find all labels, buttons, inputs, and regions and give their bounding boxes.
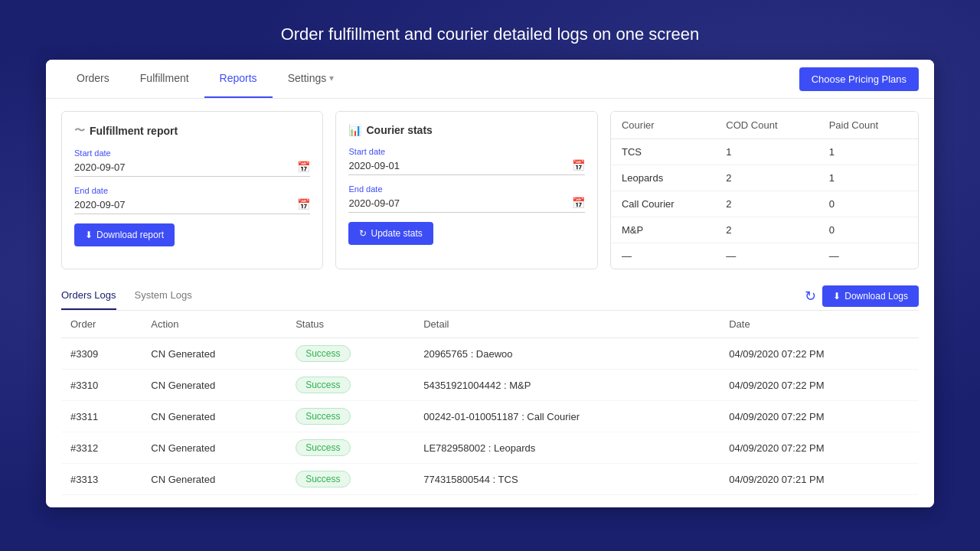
- courier-calendar-icon[interactable]: 📅: [572, 159, 585, 171]
- tab-reports[interactable]: Reports: [204, 60, 273, 98]
- table-row: #3309 CN Generated Success 20965765 : Da…: [61, 338, 919, 370]
- action-col-header: Action: [142, 311, 286, 338]
- end-date-label: End date: [74, 186, 310, 195]
- date-cell: 04/09/2020 07:22 PM: [720, 401, 919, 432]
- cod-count: 1: [715, 139, 818, 165]
- courier-stats-panel: 📊 Courier stats Start date 📅 End date 📅: [335, 111, 597, 269]
- calendar-icon[interactable]: 📅: [297, 161, 310, 173]
- refresh-button[interactable]: ↻: [805, 288, 816, 305]
- detail-cell: 54351921004442 : M&P: [414, 370, 720, 401]
- reports-row: 〜 Fulfillment report Start date 📅 End da…: [61, 111, 919, 269]
- table-row: #3312 CN Generated Success LE782958002 :…: [61, 432, 919, 464]
- logs-actions: ↻ ⬇ Download Logs: [805, 285, 919, 307]
- table-row: Call Courier 2 0: [611, 191, 918, 217]
- refresh-icon: ↻: [805, 288, 816, 305]
- courier-name: TCS: [611, 139, 715, 165]
- date-col-header: Date: [720, 311, 919, 338]
- detail-cell: 00242-01-010051187 : Call Courier: [414, 401, 720, 432]
- tab-settings[interactable]: Settings ▾: [273, 60, 350, 98]
- status-badge: Success: [296, 471, 350, 487]
- order-number: #3312: [61, 432, 142, 464]
- action-cell: CN Generated: [142, 370, 286, 401]
- bar-chart-icon: 📊: [348, 124, 361, 136]
- order-number: #3313: [61, 464, 142, 495]
- tab-fulfillment[interactable]: Fulfillment: [125, 60, 204, 98]
- courier-start-date-label: Start date: [348, 147, 584, 156]
- order-number: #3310: [61, 370, 142, 401]
- table-row: #3310 CN Generated Success 5435192100444…: [61, 370, 919, 401]
- orders-logs-tab[interactable]: Orders Logs: [61, 282, 116, 310]
- pricing-button[interactable]: Choose Pricing Plans: [799, 67, 919, 91]
- courier-start-date-input[interactable]: [348, 160, 571, 171]
- start-date-input[interactable]: [74, 161, 297, 173]
- order-col-header: Order: [61, 311, 142, 338]
- action-cell: CN Generated: [142, 401, 286, 432]
- cod-count: 2: [715, 191, 818, 217]
- start-date-field: Start date 📅: [74, 148, 310, 177]
- refresh-small-icon: ↻: [359, 228, 367, 239]
- action-cell: CN Generated: [142, 432, 286, 464]
- tab-orders[interactable]: Orders: [61, 60, 125, 98]
- date-cell: 04/09/2020 07:21 PM: [720, 464, 919, 495]
- logs-header-row: Order Action Status Detail Date: [61, 311, 919, 338]
- action-cell: CN Generated: [142, 464, 286, 495]
- action-cell: CN Generated: [142, 338, 286, 370]
- download-logs-button[interactable]: ⬇ Download Logs: [822, 285, 919, 307]
- table-row: #3313 CN Generated Success 774315800544 …: [61, 464, 919, 495]
- nav-tabs: Orders Fulfillment Reports Settings ▾: [61, 60, 799, 98]
- status-badge: Success: [296, 408, 350, 425]
- courier-name: M&P: [611, 217, 715, 243]
- courier-name: —: [611, 243, 715, 269]
- status-cell: Success: [286, 338, 414, 370]
- status-badge: Success: [296, 439, 350, 456]
- paid-count: 1: [818, 165, 918, 191]
- logs-table: Order Action Status Detail Date #3309 CN…: [61, 311, 919, 495]
- page-title: Order fulfillment and courier detailed l…: [281, 0, 700, 60]
- courier-end-date-label: End date: [348, 184, 584, 194]
- main-card: Orders Fulfillment Reports Settings ▾ Ch…: [46, 60, 934, 507]
- chart-icon: 〜: [74, 124, 85, 138]
- cod-count-col-header: COD Count: [715, 112, 818, 139]
- courier-end-date-input[interactable]: [348, 197, 571, 209]
- courier-stats-table: Courier COD Count Paid Count TCS 1 1 Leo…: [611, 112, 918, 269]
- courier-end-date-field: End date 📅: [348, 184, 584, 213]
- update-stats-button[interactable]: ↻ Update stats: [348, 222, 433, 245]
- cod-count: 2: [715, 165, 818, 191]
- courier-table-panel: Courier COD Count Paid Count TCS 1 1 Leo…: [610, 111, 919, 269]
- courier-stats-title: 📊 Courier stats: [348, 124, 584, 136]
- table-row: #3311 CN Generated Success 00242-01-0100…: [61, 401, 919, 432]
- courier-calendar-icon-2[interactable]: 📅: [572, 197, 585, 209]
- detail-cell: 774315800544 : TCS: [414, 464, 720, 495]
- detail-cell: LE782958002 : Leopards: [414, 432, 720, 464]
- system-logs-tab[interactable]: System Logs: [135, 282, 192, 310]
- calendar-icon-2[interactable]: 📅: [297, 198, 310, 210]
- paid-count: 1: [818, 139, 918, 165]
- date-cell: 04/09/2020 07:22 PM: [720, 338, 919, 370]
- table-row: — — —: [611, 243, 918, 269]
- date-cell: 04/09/2020 07:22 PM: [720, 432, 919, 464]
- detail-col-header: Detail: [414, 311, 720, 338]
- paid-count: 0: [818, 217, 918, 243]
- download-icon: ⬇: [85, 230, 93, 240]
- end-date-input[interactable]: [74, 199, 297, 210]
- logs-tabs-row: Orders Logs System Logs ↻ ⬇ Download Log…: [61, 282, 919, 311]
- order-number: #3309: [61, 338, 142, 370]
- date-cell: 04/09/2020 07:22 PM: [720, 370, 919, 401]
- courier-name: Leopards: [611, 165, 715, 191]
- courier-start-date-wrapper: 📅: [348, 159, 584, 175]
- content-area: 〜 Fulfillment report Start date 📅 End da…: [46, 99, 934, 507]
- courier-end-date-wrapper: 📅: [348, 197, 584, 213]
- table-row: M&P 2 0: [611, 217, 918, 243]
- download-logs-icon: ⬇: [833, 291, 841, 302]
- chevron-down-icon: ▾: [329, 73, 334, 83]
- table-row: Leopards 2 1: [611, 165, 918, 191]
- logs-section: Orders Logs System Logs ↻ ⬇ Download Log…: [61, 282, 919, 495]
- fulfillment-report-title: 〜 Fulfillment report: [74, 124, 310, 138]
- nav-bar: Orders Fulfillment Reports Settings ▾ Ch…: [46, 60, 934, 99]
- download-report-button[interactable]: ⬇ Download report: [74, 223, 175, 246]
- status-badge: Success: [296, 345, 350, 362]
- cod-count: 2: [715, 217, 818, 243]
- cod-count: —: [715, 243, 818, 269]
- detail-cell: 20965765 : Daewoo: [414, 338, 720, 370]
- courier-start-date-field: Start date 📅: [348, 147, 584, 175]
